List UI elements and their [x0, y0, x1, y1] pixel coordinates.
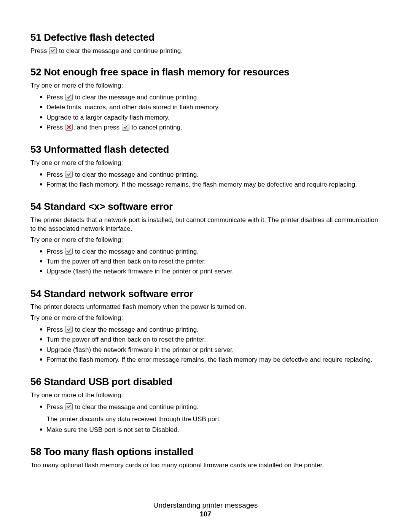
list-item: Upgrade to a larger capacity flash memor… — [40, 113, 381, 123]
list-53: Press to clear the message and continue … — [30, 170, 381, 190]
text: to clear the message and continue printi… — [73, 248, 199, 255]
list-item: Press to clear the message and continue … — [40, 247, 381, 257]
text-52-intro: Try one or more of the following: — [30, 81, 381, 90]
text: Press — [46, 403, 65, 411]
text: to clear the message and continue printi… — [73, 171, 199, 178]
list-item: Turn the power off and then back on to r… — [40, 335, 381, 345]
list-item: Press to clear the message and continue … — [40, 402, 381, 424]
list-item: Press to clear the message and continue … — [40, 170, 381, 180]
text: Press — [46, 124, 65, 131]
text: Press — [46, 248, 65, 255]
text: Press — [46, 326, 65, 333]
list-56: Press to clear the message and continue … — [30, 402, 381, 435]
heading-56: 56 Standard USB port disabled — [30, 375, 381, 388]
text-54a-desc: The printer detects that a network port … — [30, 216, 381, 233]
heading-58: 58 Too many flash options installed — [30, 446, 381, 458]
text: to clear the message and continue printi… — [73, 326, 199, 333]
check-icon — [65, 171, 73, 178]
list-item: Format the flash memory. If the message … — [40, 180, 381, 190]
x-icon — [65, 124, 73, 131]
text: to clear the message and continue printi… — [73, 94, 199, 101]
text: Press — [30, 47, 49, 54]
check-icon — [65, 326, 73, 333]
list-item: Delete fonts, macros, and other data sto… — [40, 102, 381, 112]
list-52: Press to clear the message and continue … — [30, 93, 381, 133]
text: to clear the message and continue printi… — [73, 403, 199, 411]
text-53-intro: Try one or more of the following: — [30, 159, 381, 168]
heading-54a: 54 Standard <x> software error — [30, 200, 381, 213]
list-item: Turn the power off and then back on to r… — [40, 257, 381, 267]
list-54b: Press to clear the message and continue … — [30, 325, 381, 365]
text-58-desc: Too many optional flash memory cards or … — [30, 461, 381, 470]
check-icon — [65, 248, 73, 255]
footer-page-number: 107 — [0, 510, 411, 518]
text: , and then press — [73, 124, 121, 131]
list-item: Upgrade (flash) the network firmware in … — [40, 267, 381, 276]
text-54a-intro: Try one or more of the following: — [30, 236, 381, 244]
list-item-note: The printer discards any data received t… — [46, 413, 381, 424]
text-56-intro: Try one or more of the following: — [30, 391, 381, 400]
list-item: Upgrade (flash) the network firmware in … — [40, 345, 381, 355]
page: 51 Defective flash detected Press to cle… — [0, 0, 411, 532]
page-footer: Understanding printer messages 107 — [0, 501, 411, 518]
list-item: Press to clear the message and continue … — [40, 325, 381, 335]
list-item: Press to clear the message and continue … — [40, 93, 381, 102]
heading-53: 53 Unformatted flash detected — [30, 143, 381, 156]
text: to cancel printing. — [130, 124, 182, 131]
check-icon — [49, 47, 57, 54]
text: Press — [46, 94, 65, 101]
heading-54b: 54 Standard network software error — [30, 288, 381, 300]
text-51-press: Press to clear the message and continue … — [30, 47, 381, 56]
list-item: Format the flash memory. If the error me… — [40, 355, 381, 365]
check-icon — [122, 124, 129, 131]
text-54b-intro: Try one or more of the following: — [30, 314, 381, 323]
heading-52: 52 Not enough free space in flash memory… — [30, 66, 381, 78]
footer-title: Understanding printer messages — [0, 501, 411, 510]
text-54b-desc: The printer detects unformatted flash me… — [30, 303, 381, 312]
check-icon — [65, 94, 73, 101]
text: Press — [46, 171, 65, 178]
list-item: Make sure the USB port is not set to Dis… — [40, 425, 381, 435]
text: to clear the message and continue printi… — [57, 47, 183, 54]
check-icon — [65, 403, 73, 410]
heading-51: 51 Defective flash detected — [30, 31, 381, 44]
list-item: Press , and then press to cancel printin… — [40, 123, 381, 133]
list-54a: Press to clear the message and continue … — [30, 247, 381, 277]
